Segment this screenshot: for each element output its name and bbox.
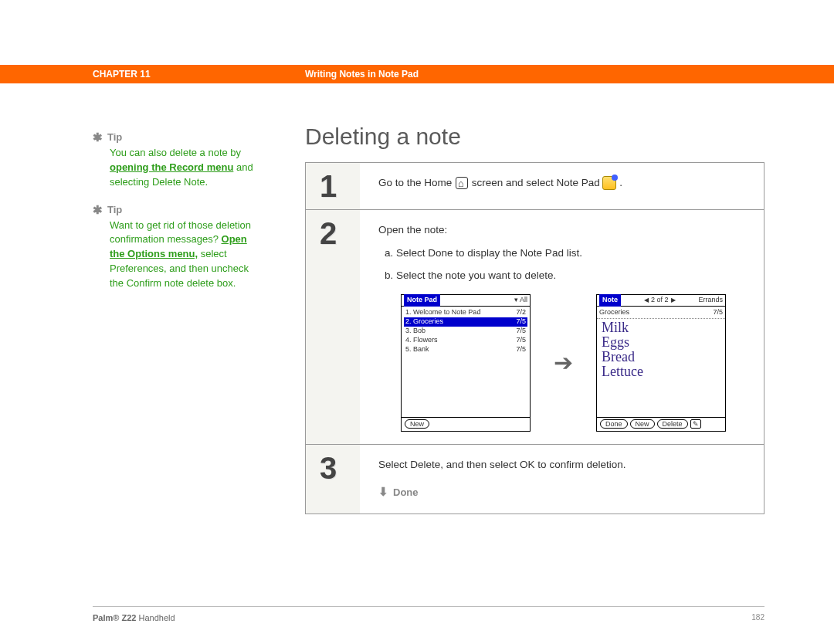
home-icon <box>455 176 469 190</box>
step-2-substeps: a. Select Done to display the Note Pad l… <box>385 246 748 283</box>
down-arrow-icon: ⬇ <box>378 483 388 501</box>
palm-new-button[interactable]: New <box>405 419 429 429</box>
palm-titlebar: Note Pad ▾All <box>402 295 530 307</box>
palm-done-button[interactable]: Done <box>600 419 628 429</box>
step-2-content: Open the note: a. Select Done to display… <box>360 210 764 444</box>
step-number: 1 <box>306 163 360 209</box>
footer-divider <box>93 606 764 607</box>
palm-notepad-list: Note Pad ▾All 1. Welcome to Note Pad7/2 … <box>401 294 531 432</box>
note-date: 7/5 <box>713 307 723 318</box>
palm-footer: New <box>402 417 530 431</box>
step-number: 3 <box>306 445 360 514</box>
step-1-content: Go to the Home screen and select Note Pa… <box>360 163 764 209</box>
tip-heading: ✱ Tip <box>93 204 255 215</box>
palm-app-title: Note Pad <box>404 294 440 307</box>
palm-footer: Done New Delete ✎ <box>597 417 725 431</box>
main-content: Deleting a note 1 Go to the Home screen … <box>305 124 764 514</box>
step-1: 1 Go to the Home screen and select Note … <box>306 163 764 210</box>
step-2-intro: Open the note: <box>378 222 748 238</box>
palm-note-detail: Note ◀2 of 2▶ Errands Groceries 7/5 Milk… <box>596 294 726 432</box>
step-number: 2 <box>306 210 360 444</box>
list-item[interactable]: 3. Bob7/5 <box>404 327 527 336</box>
done-indicator: ⬇ Done <box>378 483 748 501</box>
palm-filter[interactable]: ▾All <box>514 295 527 306</box>
chapter-label: CHAPTER 11 <box>93 69 151 80</box>
note-name: Groceries <box>599 307 629 318</box>
tip-1-body: You can also delete a note by opening th… <box>93 146 255 190</box>
tip-2-body: Want to get rid of those deletion confir… <box>93 219 255 291</box>
palm-app-title: Note <box>599 294 621 307</box>
step-2: 2 Open the note: a. Select Done to displ… <box>306 210 764 445</box>
list-item[interactable]: 4. Flowers7/5 <box>404 336 527 345</box>
record-menu-link[interactable]: opening the Record menu <box>110 161 233 173</box>
palm-list-body: 1. Welcome to Note Pad7/2 2. Groceries7/… <box>402 307 530 417</box>
tip-heading: ✱ Tip <box>93 131 255 143</box>
palm-screenshots: Note Pad ▾All 1. Welcome to Note Pad7/2 … <box>378 294 748 432</box>
list-item[interactable]: 1. Welcome to Note Pad7/2 <box>404 308 527 317</box>
palm-new-button[interactable]: New <box>630 419 655 429</box>
arrow-right-icon: ➔ <box>554 345 573 380</box>
sidebar-tips: ✱ Tip You can also delete a note by open… <box>93 131 255 305</box>
list-item-selected[interactable]: 2. Groceries7/5 <box>404 317 527 327</box>
nav-prev-icon[interactable]: ◀ <box>644 296 649 305</box>
nav-next-icon[interactable]: ▶ <box>671 296 676 305</box>
asterisk-icon: ✱ <box>93 204 103 215</box>
tip-label: Tip <box>107 131 122 143</box>
tip-label: Tip <box>107 204 122 215</box>
tip-1: ✱ Tip You can also delete a note by open… <box>93 131 255 190</box>
step-3-text: Select Delete, and then select OK to con… <box>378 457 748 473</box>
palm-titlebar: Note ◀2 of 2▶ Errands <box>597 295 725 307</box>
palm-category[interactable]: Errands <box>698 295 723 306</box>
asterisk-icon: ✱ <box>93 131 103 143</box>
list-item[interactable]: 5. Bank7/5 <box>404 345 527 354</box>
substep-a: a. Select Done to display the Note Pad l… <box>385 246 748 261</box>
step-3-content: Select Delete, and then select OK to con… <box>360 445 764 514</box>
done-label: Done <box>393 485 419 500</box>
dropdown-caret-icon: ▾ <box>514 296 518 303</box>
palm-nav[interactable]: ◀2 of 2▶ <box>644 295 676 306</box>
page-title: Deleting a note <box>305 124 764 150</box>
step-3: 3 Select Delete, and then select OK to c… <box>306 445 764 514</box>
palm-delete-button[interactable]: Delete <box>657 419 688 429</box>
pen-icon[interactable]: ✎ <box>690 419 701 429</box>
substep-b: b. Select the note you want to delete. <box>385 268 748 283</box>
note-meta: Groceries 7/5 <box>597 307 725 320</box>
header-bar: CHAPTER 11 Writing Notes in Note Pad <box>0 65 834 83</box>
notepad-app-icon <box>602 176 616 190</box>
steps-table: 1 Go to the Home screen and select Note … <box>305 162 764 514</box>
section-title: Writing Notes in Note Pad <box>305 69 419 80</box>
palm-note-canvas[interactable]: Milk Eggs Bread Lettuce <box>597 319 725 417</box>
page-number: 182 <box>751 613 764 622</box>
footer-product: Palm® Z22 Handheld <box>93 613 175 622</box>
tip-2: ✱ Tip Want to get rid of those deletion … <box>93 204 255 291</box>
